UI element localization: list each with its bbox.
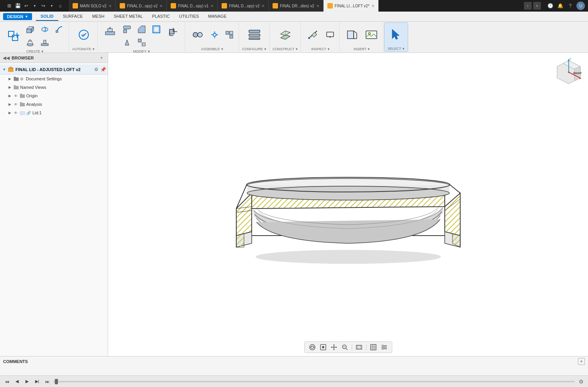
clock-button[interactable]: 🕐: [546, 2, 554, 10]
undo-button[interactable]: ↩: [22, 2, 30, 10]
tab-close-button[interactable]: ✕: [108, 4, 112, 8]
press-pull-button[interactable]: [101, 23, 119, 49]
shell-button[interactable]: [149, 23, 163, 36]
insert-mcad-button[interactable]: [343, 26, 361, 43]
tab-close-button[interactable]: ✕: [316, 4, 319, 8]
tab-close-button[interactable]: ✕: [261, 4, 264, 8]
app-menu-button[interactable]: ⊞: [5, 2, 13, 10]
tab-final-dr[interactable]: FINAL DR...dies) v2 ✕: [269, 0, 324, 12]
browser-item-doc-settings[interactable]: ▶ ⚙ Document Settings: [0, 75, 108, 83]
new-joint-button[interactable]: [188, 26, 207, 43]
zoom-fit-button[interactable]: [340, 343, 349, 351]
save-button[interactable]: 💾: [14, 2, 22, 10]
display-mode-button[interactable]: [354, 343, 364, 351]
look-at-button[interactable]: [319, 343, 328, 351]
notification-button[interactable]: 🔔: [556, 2, 564, 10]
browser-item-named-views[interactable]: ▶ Named Views: [0, 83, 108, 92]
tab-mesh[interactable]: MESH: [88, 12, 109, 21]
lid1-arrow[interactable]: ▶: [7, 110, 12, 115]
playback-settings-button[interactable]: ⚙: [577, 378, 585, 385]
tab-close-button[interactable]: ✕: [159, 4, 163, 8]
help-button[interactable]: ?: [566, 2, 574, 10]
next-step-button[interactable]: ▶|: [33, 378, 41, 385]
automate-button[interactable]: [75, 26, 93, 43]
home-button[interactable]: ⌂: [56, 2, 64, 10]
doc-settings-arrow[interactable]: ▶: [7, 76, 12, 81]
tab-close-button[interactable]: ✕: [210, 4, 214, 8]
view-settings-button[interactable]: [380, 343, 389, 351]
display-settings-button[interactable]: [323, 29, 337, 41]
new-component-button[interactable]: [4, 27, 22, 44]
rib-button[interactable]: [38, 36, 52, 49]
timeline-track[interactable]: [53, 381, 575, 382]
rigid-group-button[interactable]: [222, 29, 236, 41]
skip-start-button[interactable]: ⏮: [3, 378, 11, 385]
browser-item-analysis[interactable]: ▶ 👁 Analysis: [0, 100, 108, 109]
inspect-panel-dropdown[interactable]: ▼: [327, 48, 330, 51]
assemble-panel-dropdown[interactable]: ▼: [220, 48, 224, 51]
configure-button[interactable]: [245, 26, 264, 43]
tab-final-d1[interactable]: FINAL D...opy) v1 ✕: [167, 0, 218, 12]
tab-manage[interactable]: MANAGE: [203, 12, 231, 21]
scale-button[interactable]: [135, 36, 149, 49]
play-button[interactable]: ▶: [23, 378, 31, 385]
timeline-marker[interactable]: [55, 379, 58, 384]
select-button[interactable]: [387, 26, 405, 43]
skip-end-button[interactable]: ⏭: [43, 378, 51, 385]
chamfer-button[interactable]: [135, 23, 149, 36]
analysis-visibility-icon[interactable]: 👁: [13, 102, 19, 107]
origin-arrow[interactable]: ▶: [7, 93, 12, 98]
browser-item-origin[interactable]: ▶ 👁 Origin: [0, 92, 108, 100]
tab-sheetmetal[interactable]: SHEET METAL: [109, 12, 147, 21]
draft-button[interactable]: [120, 36, 134, 49]
browser-root-item[interactable]: ▼ FINAL LID - ADJUSTED LOFT v2 ⚙ 📌: [0, 64, 108, 75]
loft-button[interactable]: [23, 36, 37, 49]
tab-surface[interactable]: SURFACE: [58, 12, 88, 21]
browser-item-lid1[interactable]: ▶ 👁 🔗 Lid:1: [0, 109, 108, 117]
root-pin-button[interactable]: 📌: [100, 66, 106, 73]
automate-panel-dropdown[interactable]: ▼: [92, 48, 95, 51]
joint-origin-button[interactable]: [208, 29, 222, 41]
redo-dropdown-button[interactable]: ▼: [48, 2, 56, 10]
insert-panel-dropdown[interactable]: ▼: [367, 48, 370, 51]
browser-add-button[interactable]: +: [98, 55, 105, 61]
pan-button[interactable]: [329, 343, 339, 351]
undo-dropdown-button[interactable]: ▼: [31, 2, 39, 10]
tab-final-d3[interactable]: FINAL D...opy) v2 ✕: [218, 0, 269, 12]
tab-main-solo[interactable]: MAIN SOLO v2 ✕: [69, 0, 116, 12]
view-cube[interactable]: RIGHT Z: [553, 57, 584, 88]
new-tab-button[interactable]: +: [533, 2, 541, 10]
measure-button[interactable]: [304, 26, 322, 43]
redo-button[interactable]: ↪: [39, 2, 47, 10]
tab-plastic[interactable]: PLASTIC: [147, 12, 175, 21]
tab-close-button[interactable]: ✕: [371, 4, 374, 8]
sweep-button[interactable]: [53, 23, 66, 36]
construct-panel-dropdown[interactable]: ▼: [295, 48, 298, 51]
select-panel-dropdown[interactable]: ▼: [402, 47, 405, 51]
tab-final-d2[interactable]: FINAL D...opy) v2 ✕: [116, 0, 167, 12]
user-avatar[interactable]: U: [576, 2, 585, 10]
grid-button[interactable]: [369, 343, 378, 351]
root-collapse-arrow[interactable]: ▼: [2, 67, 7, 72]
design-dropdown-button[interactable]: DESIGN ▼: [3, 13, 32, 20]
named-views-arrow[interactable]: ▶: [7, 85, 12, 90]
tab-utilities[interactable]: UTILITIES: [175, 12, 203, 21]
lid1-visibility-icon[interactable]: 👁: [13, 110, 19, 115]
viewport[interactable]: RIGHT Z: [108, 53, 588, 356]
fillet-button[interactable]: [120, 23, 134, 36]
tab-overflow-button[interactable]: ›: [524, 2, 532, 10]
origin-visibility-icon[interactable]: 👁: [13, 93, 19, 98]
tab-final-loft[interactable]: FINAL LI...LOFT v2* ✕: [324, 0, 379, 12]
prev-step-button[interactable]: ◀: [13, 378, 21, 385]
browser-collapse-button[interactable]: ◀◀: [3, 55, 9, 61]
analysis-arrow[interactable]: ▶: [7, 102, 12, 107]
insert-image-button[interactable]: [362, 26, 381, 43]
configure-panel-dropdown[interactable]: ▼: [264, 48, 267, 51]
revolve-button[interactable]: [38, 23, 52, 36]
extrude-button[interactable]: [23, 23, 37, 36]
comments-add-button[interactable]: +: [578, 358, 585, 365]
orbit-button[interactable]: [308, 343, 317, 351]
offset-plane-button[interactable]: [276, 26, 295, 43]
tab-solid[interactable]: SOLID: [36, 12, 58, 21]
root-settings-button[interactable]: ⚙: [93, 66, 99, 73]
